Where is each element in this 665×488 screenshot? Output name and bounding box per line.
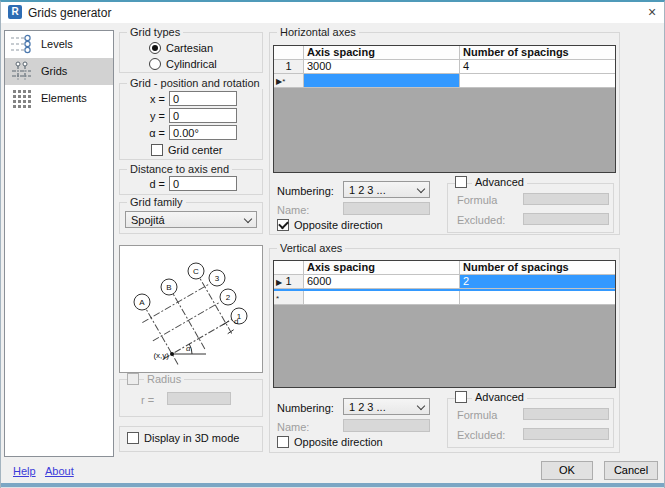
d-label: d = — [119, 178, 165, 190]
cartesian-label: Cartesian — [166, 42, 213, 54]
cylindrical-label: Cylindrical — [166, 58, 217, 70]
numbering-label: Numbering: — [277, 402, 334, 414]
cartesian-radio[interactable] — [149, 42, 161, 54]
advanced-checkbox[interactable] — [455, 391, 467, 403]
opposite-direction-checkbox[interactable] — [277, 219, 289, 231]
numbering-select[interactable]: 1 2 3 ... — [343, 398, 430, 415]
alpha-field[interactable]: 0.00° — [169, 125, 237, 140]
close-icon[interactable]: × — [642, 3, 662, 22]
origin-label: (x,y) — [153, 351, 169, 360]
about-link[interactable]: About — [45, 465, 74, 477]
y-field[interactable]: 0 — [169, 108, 237, 123]
sidebar-list: Levels Grids — [4, 30, 114, 457]
group-title: Grid types — [127, 26, 183, 38]
cell-number-of-spacings[interactable] — [460, 291, 615, 305]
numbering-value: 1 2 3 ... — [349, 184, 386, 196]
elements-icon — [10, 88, 34, 111]
chevron-down-icon — [417, 185, 425, 193]
bubble-label-b: B — [166, 283, 171, 292]
table-row[interactable]: 1 3000 4 — [274, 60, 615, 74]
excluded-label: Excluded: — [457, 214, 505, 226]
grid-center-checkbox[interactable] — [151, 144, 163, 156]
opposite-direction-label: Opposite direction — [294, 219, 383, 231]
advanced-label: Advanced — [472, 176, 527, 188]
bubble-label-c: C — [193, 267, 199, 276]
sidebar-item-label: Elements — [41, 92, 87, 104]
window-title: Grids generator — [28, 6, 111, 20]
excluded-field — [523, 428, 609, 440]
advanced-checkbox[interactable] — [455, 176, 467, 188]
y-label: y = — [119, 110, 165, 122]
cell-axis-spacing[interactable] — [304, 74, 460, 88]
grid-family-select[interactable]: Spojitá — [125, 211, 257, 228]
row-header: 1 — [274, 60, 304, 74]
levels-icon — [10, 34, 34, 57]
numbering-select[interactable]: 1 2 3 ... — [343, 181, 430, 198]
grids-generator-dialog: R Grids generator × Levels — [0, 0, 665, 488]
radius-label: Radius — [144, 373, 184, 385]
cell-number-of-spacings[interactable]: 2 — [460, 275, 615, 289]
chevron-down-icon — [417, 402, 425, 410]
title-bar: R Grids generator × — [1, 2, 664, 23]
col-header-axis-spacing: Axis spacing — [304, 261, 460, 275]
alpha-label: α = — [119, 127, 165, 139]
cylindrical-radio[interactable] — [149, 58, 161, 70]
numbering-label: Numbering: — [277, 185, 334, 197]
group-title: Distance to axis end — [127, 163, 232, 175]
bubble-label-3: 3 — [215, 274, 220, 283]
cell-axis-spacing[interactable] — [304, 291, 460, 305]
grid-family-value: Spojitá — [131, 214, 165, 226]
name-field — [343, 202, 430, 215]
bubble-label-2: 2 — [226, 293, 231, 302]
chevron-down-icon — [244, 215, 252, 223]
formula-label: Formula — [457, 194, 497, 206]
grid-center-label: Grid center — [168, 144, 222, 156]
cell-axis-spacing[interactable]: 3000 — [304, 60, 460, 74]
d-field[interactable]: 0 — [169, 176, 237, 191]
bubble-label-a: A — [139, 298, 145, 307]
opposite-direction-checkbox[interactable] — [277, 436, 289, 448]
vertical-axes-table[interactable]: Axis spacing Number of spacings ▶1 6000 … — [273, 260, 616, 388]
sidebar-item-label: Grids — [41, 65, 67, 77]
r-field — [167, 392, 231, 405]
cancel-button[interactable]: Cancel — [604, 461, 658, 480]
grids-icon — [10, 61, 34, 84]
table-row[interactable]: ▶1 6000 2 — [274, 275, 615, 291]
horizontal-axes-table[interactable]: Axis spacing Number of spacings 1 3000 4… — [273, 45, 616, 173]
x-field[interactable]: 0 — [169, 91, 237, 106]
cell-number-of-spacings[interactable] — [460, 74, 615, 88]
cell-number-of-spacings[interactable]: 4 — [460, 60, 615, 74]
r-label: r = — [141, 394, 154, 406]
table-row-new[interactable]: * — [274, 291, 615, 305]
row-header: * — [274, 291, 304, 305]
row-header: ▶* — [274, 74, 304, 88]
table-row-new[interactable]: ▶* — [274, 74, 615, 88]
sidebar-item-elements[interactable]: Elements — [5, 85, 113, 112]
group-title: Vertical axes — [277, 242, 345, 254]
advanced-label: Advanced — [472, 391, 527, 403]
angle-label: α — [186, 344, 191, 353]
cell-axis-spacing[interactable]: 6000 — [304, 275, 460, 289]
sidebar-item-grids[interactable]: Grids — [5, 58, 113, 85]
table-header-row: Axis spacing Number of spacings — [274, 261, 615, 275]
ok-button[interactable]: OK — [541, 461, 593, 480]
display-3d-checkbox[interactable] — [127, 432, 139, 444]
app-logo-icon: R — [8, 5, 22, 19]
col-header-axis-spacing: Axis spacing — [304, 46, 460, 60]
excluded-label: Excluded: — [457, 429, 505, 441]
col-header-number-of-spacings: Number of spacings — [460, 46, 615, 60]
formula-field — [523, 193, 609, 205]
display-3d-label: Display in 3D mode — [144, 432, 239, 444]
corner-cell — [274, 261, 304, 275]
name-label: Name: — [277, 204, 309, 216]
sidebar-item-levels[interactable]: Levels — [5, 31, 113, 58]
radius-checkbox — [127, 373, 139, 385]
sidebar-item-label: Levels — [41, 38, 73, 50]
name-label: Name: — [277, 421, 309, 433]
col-header-number-of-spacings: Number of spacings — [460, 261, 615, 275]
grid-preview-image: A B C 1 2 3 (x,y) α d — [119, 245, 263, 373]
row-header: ▶1 — [274, 275, 304, 289]
help-link[interactable]: Help — [13, 465, 36, 477]
name-field — [343, 419, 430, 432]
formula-field — [523, 408, 609, 420]
